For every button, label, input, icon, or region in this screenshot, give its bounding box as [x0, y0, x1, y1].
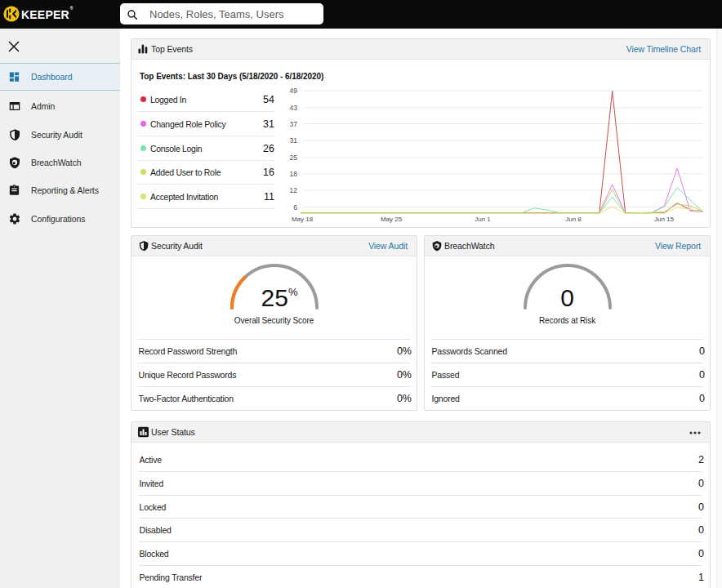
svg-text:Jun 15: Jun 15 [654, 216, 675, 223]
svg-text:43: 43 [290, 104, 298, 112]
svg-text:6: 6 [293, 203, 297, 212]
svg-text:12: 12 [290, 186, 298, 194]
svg-text:Jun 8: Jun 8 [565, 216, 582, 223]
svg-text:May 25: May 25 [381, 216, 403, 223]
svg-text:Jun 1: Jun 1 [475, 216, 491, 223]
svg-text:31: 31 [290, 136, 298, 145]
svg-text:18: 18 [290, 170, 298, 178]
svg-text:37: 37 [290, 120, 298, 128]
svg-text:25: 25 [290, 154, 298, 162]
svg-text:49: 49 [290, 87, 298, 95]
svg-text:May 18: May 18 [292, 216, 314, 223]
